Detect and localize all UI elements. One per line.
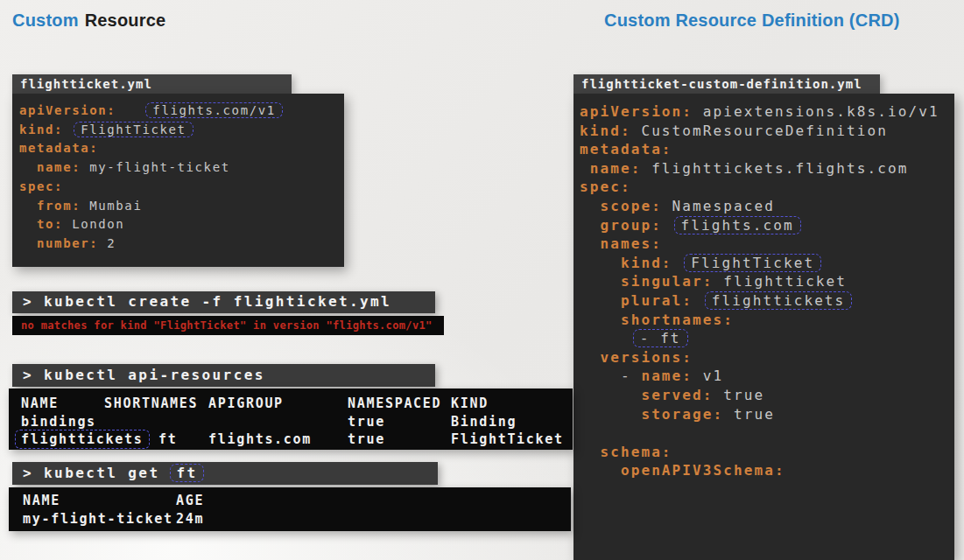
- column-header: KIND: [451, 395, 573, 413]
- yaml-key: scope:: [600, 198, 661, 214]
- table-row: my-flight-ticket24m: [9, 510, 571, 528]
- yaml-key: apiVersion:: [19, 103, 116, 117]
- yaml-line: versions:: [580, 348, 954, 368]
- yaml-line: kind: FlightTicket: [19, 121, 344, 140]
- table-cell: true: [348, 413, 451, 431]
- yaml-line: [580, 424, 954, 443]
- yaml-line: schema:: [580, 443, 954, 462]
- left-yaml-filename-tab: flightticket.yml: [12, 74, 292, 94]
- table-cell: [208, 413, 348, 431]
- annotation-box: - ft: [633, 329, 688, 347]
- yaml-line: name: flighttickets.flights.com: [580, 159, 954, 178]
- right-heading: Custom Resource Definition (CRD): [604, 10, 900, 31]
- right-yaml-code: apiVersion: apiextensions.k8s.io/v1kind:…: [573, 94, 954, 560]
- table-cell: flights.com: [208, 430, 348, 449]
- yaml-value: v1: [693, 368, 723, 384]
- table-cell: flighttickets: [21, 430, 104, 449]
- yaml-value: my-flight-ticket: [81, 160, 230, 174]
- column-header: SHORTNAMES: [104, 395, 208, 413]
- get-ft-output: NAMEAGEmy-flight-ticket24m: [9, 487, 571, 531]
- left-heading-accent: Custom: [12, 10, 79, 30]
- yaml-line: apiVersion: flights.com/v1: [19, 102, 344, 121]
- yaml-line: to: London: [19, 215, 344, 234]
- yaml-line: kind: CustomResourceDefinition: [580, 122, 954, 141]
- yaml-line: name: my-flight-ticket: [19, 158, 344, 178]
- api-resources-output: NAMESHORTNAMESAPIGROUPNAMESPACEDKINDbind…: [9, 388, 573, 450]
- table-cell: bindings: [21, 413, 104, 431]
- yaml-line: shortnames:: [580, 311, 954, 330]
- yaml-key: served:: [641, 387, 713, 403]
- table-header-row: NAMESHORTNAMESAPIGROUPNAMESPACEDKIND: [9, 395, 573, 413]
- yaml-key: kind:: [19, 122, 63, 136]
- yaml-line: spec:: [580, 178, 954, 197]
- column-header: AGE: [176, 492, 571, 510]
- yaml-key: kind:: [621, 255, 672, 271]
- table-row: bindingstrueBinding: [9, 413, 573, 431]
- table-cell: true: [348, 430, 451, 449]
- yaml-key: metadata:: [19, 141, 98, 155]
- yaml-line: - ft: [580, 329, 954, 348]
- yaml-line: openAPIV3Schema:: [580, 461, 954, 480]
- terminal-create-command: > kubectl create -f flighticket.yml: [12, 291, 435, 313]
- left-yaml-code: apiVersion: flights.com/v1kind: FlightTi…: [12, 94, 344, 267]
- yaml-key: spec:: [580, 178, 631, 195]
- yaml-line: spec:: [19, 178, 344, 197]
- yaml-key: shortnames:: [621, 312, 734, 328]
- yaml-line: metadata:: [580, 140, 954, 159]
- table-row: flightticketsftflights.comtrueFlightTick…: [9, 430, 573, 449]
- yaml-line: served: true: [580, 386, 954, 405]
- yaml-line: from: Mumbai: [19, 197, 344, 216]
- yaml-value: flights.com: [681, 217, 794, 234]
- yaml-line: names:: [580, 234, 954, 254]
- yaml-line: storage: true: [580, 405, 954, 424]
- yaml-key: from:: [37, 199, 81, 213]
- yaml-line: singular: flightticket: [580, 272, 954, 291]
- yaml-line: number: 2: [19, 234, 344, 254]
- left-heading: CustomResource: [12, 10, 165, 31]
- annotation-box: ft: [170, 464, 203, 482]
- yaml-line: scope: Namespaced: [580, 197, 954, 216]
- table-cell: [104, 413, 208, 431]
- yaml-line: group: flights.com: [580, 216, 954, 235]
- yaml-value: flighttickets: [712, 292, 846, 309]
- yaml-key: names:: [600, 235, 661, 252]
- yaml-value: flighttickets.flights.com: [641, 160, 908, 177]
- yaml-key: spec:: [19, 179, 63, 193]
- yaml-value: 2: [98, 236, 116, 250]
- right-yaml-filename-tab: flightticket-custom-definition.yml: [573, 74, 880, 94]
- yaml-line: metadata:: [19, 139, 344, 158]
- left-heading-rest: Resource: [85, 10, 166, 30]
- yaml-line: plural: flighttickets: [580, 291, 954, 311]
- terminal-get-ft-command: > kubectl get ft: [12, 462, 438, 485]
- terminal-create-error: no matches for kind "FlightTicket" in ve…: [12, 316, 444, 335]
- column-header: NAME: [23, 492, 176, 510]
- yaml-key: metadata:: [580, 141, 672, 158]
- annotation-box: flighttickets: [705, 291, 853, 310]
- yaml-value: Mumbai: [81, 199, 142, 213]
- table-cell: 24m: [176, 510, 571, 528]
- yaml-key: kind:: [580, 122, 631, 139]
- yaml-value: FlightTicket: [691, 255, 814, 271]
- yaml-value: - ft: [640, 330, 681, 346]
- yaml-value: FlightTicket: [81, 122, 186, 136]
- yaml-dash: -: [621, 368, 641, 384]
- yaml-key: versions:: [600, 349, 693, 366]
- yaml-value: apiextensions.k8s.io/v1: [693, 103, 939, 120]
- yaml-key: name:: [590, 160, 642, 177]
- yaml-key: apiVersion:: [580, 103, 693, 120]
- yaml-key: schema:: [600, 444, 672, 460]
- annotation-box: FlightTicket: [684, 254, 821, 272]
- yaml-value: flights.com/v1: [152, 103, 275, 117]
- column-header: APIGROUP: [208, 395, 348, 413]
- command-shortname: ft: [176, 465, 197, 481]
- terminal-api-resources-command: > kubectl api-resources: [12, 364, 435, 387]
- table-cell: ft: [104, 430, 208, 449]
- column-header: NAME: [21, 395, 104, 413]
- annotation-box: flights.com: [674, 216, 801, 234]
- yaml-line: apiVersion: apiextensions.k8s.io/v1: [580, 102, 954, 122]
- yaml-key: group:: [600, 217, 661, 234]
- yaml-key: name:: [641, 368, 693, 384]
- yaml-key: singular:: [621, 273, 714, 290]
- yaml-value: true: [723, 406, 775, 423]
- yaml-value: Namespaced: [662, 198, 775, 214]
